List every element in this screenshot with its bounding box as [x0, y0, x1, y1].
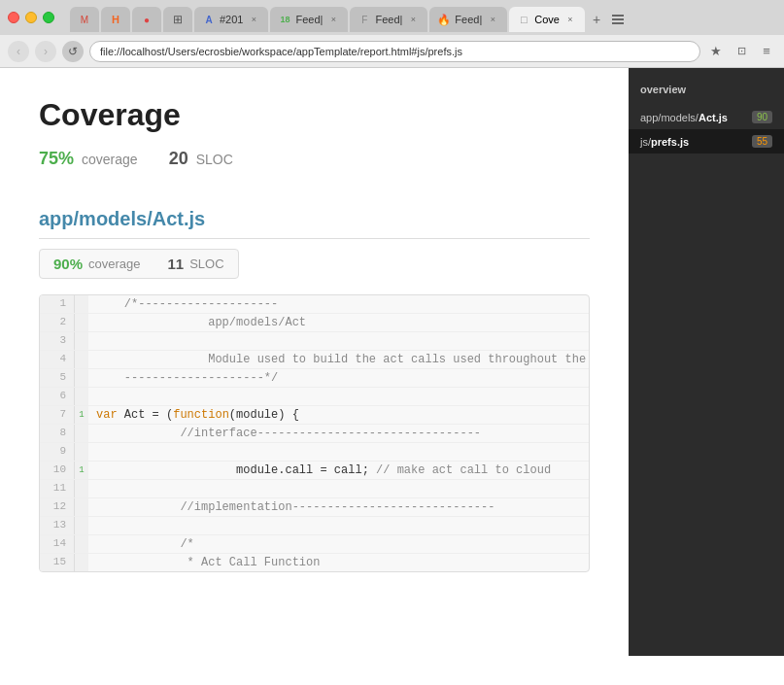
- table-row: 13: [40, 517, 589, 535]
- sidebar-prefs-bold: prefs.js: [651, 136, 689, 148]
- tab-a201[interactable]: A #201 ×: [194, 7, 268, 32]
- sidebar-overview-label: overview: [640, 84, 686, 95]
- code-line: module.call = call; // make act call to …: [88, 462, 589, 479]
- screen-icon[interactable]: ⊡: [732, 42, 751, 61]
- sidebar-act-label: app/models/Act.js: [640, 112, 728, 123]
- code-line: var Act = (function(module) {: [88, 406, 589, 424]
- sidebar-prefs-badge: 55: [752, 135, 772, 148]
- gmail-favicon: M: [78, 13, 91, 26]
- table-row: 5 --------------------*/: [40, 369, 589, 388]
- browser-chrome: M H ● ⊞ A #201 × 18 Feed| × F: [0, 0, 784, 68]
- table-row: 9: [40, 443, 589, 462]
- tab-feed3[interactable]: 🔥 Feed| ×: [429, 7, 507, 32]
- code-line: [88, 332, 589, 350]
- url-text: file://localhost/Users/ecrosbie/workspac…: [100, 46, 462, 57]
- code-line: [88, 443, 589, 461]
- code-line: //interface-----------------------------…: [88, 425, 589, 442]
- minimize-button[interactable]: [25, 12, 37, 23]
- tab-feed3-close[interactable]: ×: [486, 13, 499, 26]
- code-block: 1 /*-------------------- 2 app/models/Ac…: [39, 294, 590, 572]
- hit-indicator: [75, 332, 88, 350]
- table-row: 11: [40, 480, 589, 498]
- code-line: * Act Call Function: [88, 554, 589, 571]
- file-coverage-label: coverage: [88, 257, 140, 271]
- line-number: 4: [40, 351, 75, 368]
- table-row: 7 1 var Act = (function(module) {: [40, 406, 589, 425]
- table-row: 14 /*: [40, 535, 589, 554]
- svg-rect-1: [612, 18, 624, 20]
- sidebar-item-overview[interactable]: overview: [629, 78, 784, 101]
- hit-indicator: [75, 295, 88, 313]
- tab-table[interactable]: ⊞: [163, 7, 192, 32]
- code-line: [88, 388, 589, 405]
- line-number: 14: [40, 535, 75, 553]
- sidebar: overview app/models/Act.js 90 js/prefs.j…: [629, 68, 784, 656]
- tab-cove-close[interactable]: ×: [563, 13, 577, 26]
- tab-feed2-close[interactable]: ×: [406, 13, 420, 26]
- hit-indicator: [75, 480, 88, 497]
- tab-a201-close[interactable]: ×: [247, 13, 260, 26]
- code-line: /*: [88, 535, 589, 553]
- orange-favicon: ●: [140, 13, 153, 26]
- line-number: 6: [40, 388, 75, 405]
- hit-indicator: [75, 443, 88, 461]
- hubspot-favicon: H: [109, 13, 122, 26]
- feed3-favicon: 🔥: [437, 13, 451, 26]
- table-row: 3: [40, 332, 589, 351]
- line-number: 12: [40, 498, 75, 516]
- line-number: 13: [40, 517, 75, 534]
- star-icon[interactable]: ★: [706, 42, 726, 61]
- overall-sloc-count: 20: [169, 149, 188, 169]
- tab-feed1-close[interactable]: ×: [326, 13, 340, 26]
- table-row: 8 //interface---------------------------…: [40, 425, 589, 443]
- cove-favicon: □: [517, 13, 530, 26]
- code-line: //implementation------------------------…: [88, 498, 589, 516]
- hit-indicator: [75, 554, 88, 571]
- hit-indicator: [75, 314, 88, 331]
- sidebar-item-prefs[interactable]: js/prefs.js 55: [629, 129, 784, 154]
- main-layout: Coverage 75% coverage 20 SLOC app/models…: [0, 68, 784, 656]
- tab-feed2[interactable]: F Feed| ×: [350, 7, 427, 32]
- maximize-button[interactable]: [43, 12, 54, 23]
- sidebar-item-act[interactable]: app/models/Act.js 90: [629, 105, 784, 129]
- close-button[interactable]: [8, 12, 19, 23]
- overall-coverage-pct: 75%: [39, 149, 74, 169]
- code-line: [88, 480, 589, 497]
- forward-button[interactable]: ›: [35, 41, 56, 62]
- tabs-bar: M H ● ⊞ A #201 × 18 Feed| × F: [60, 3, 776, 32]
- sidebar-act-bold: Act.js: [699, 112, 728, 123]
- line-number: 10: [40, 462, 75, 479]
- traffic-lights: [8, 12, 54, 23]
- line-number: 9: [40, 443, 75, 461]
- table-row: 1 /*--------------------: [40, 295, 589, 314]
- code-line: [88, 517, 589, 534]
- hit-indicator: [75, 351, 88, 368]
- menu-icon[interactable]: ≡: [757, 42, 776, 61]
- content-area: Coverage 75% coverage 20 SLOC app/models…: [0, 68, 629, 656]
- tab-orange[interactable]: ●: [132, 7, 161, 32]
- line-number: 11: [40, 480, 75, 497]
- url-bar[interactable]: file://localhost/Users/ecrosbie/workspac…: [89, 41, 700, 62]
- hit-indicator: [75, 425, 88, 442]
- feed2-favicon: F: [358, 13, 371, 26]
- overall-stats: 75% coverage 20 SLOC: [39, 149, 590, 169]
- a201-favicon: A: [202, 13, 216, 26]
- tab-cove-label: Cove: [534, 14, 560, 25]
- tab-hubspot[interactable]: H: [101, 7, 130, 32]
- tab-feed1-label: Feed|: [295, 14, 323, 25]
- file-coverage-pct: 90%: [53, 256, 83, 272]
- title-bar: M H ● ⊞ A #201 × 18 Feed| × F: [0, 0, 784, 35]
- tab-list-button[interactable]: [608, 7, 628, 32]
- hit-indicator: 1: [75, 462, 88, 479]
- hit-indicator: [75, 517, 88, 534]
- tab-feed1[interactable]: 18 Feed| ×: [270, 7, 348, 32]
- sidebar-prefs-label: js/prefs.js: [640, 136, 689, 148]
- line-number: 5: [40, 369, 75, 387]
- tab-gmail[interactable]: M: [70, 7, 99, 32]
- page-title: Coverage: [39, 97, 590, 133]
- tab-cove[interactable]: □ Cove ×: [509, 7, 585, 32]
- new-tab-button[interactable]: +: [587, 7, 606, 32]
- back-button[interactable]: ‹: [8, 41, 29, 62]
- file-sloc-label: SLOC: [189, 257, 223, 271]
- refresh-button[interactable]: ↺: [62, 41, 84, 62]
